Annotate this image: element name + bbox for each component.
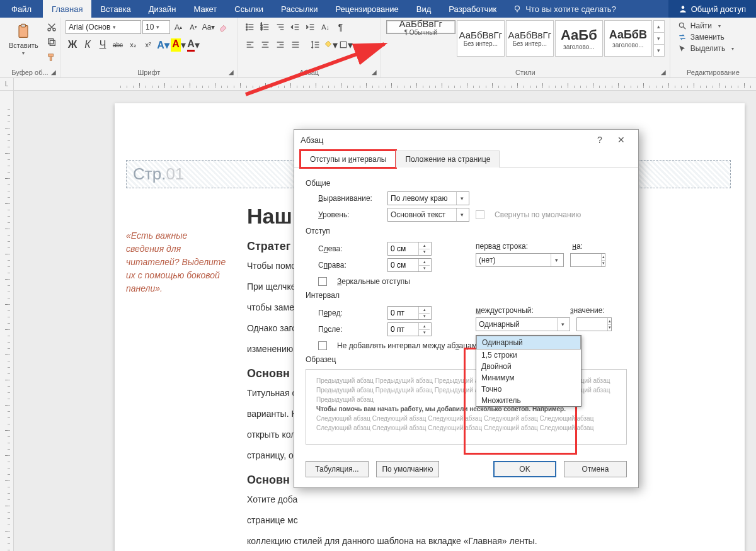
font-name-combo[interactable]: Arial (Основ▾ bbox=[66, 20, 141, 34]
indent-right-spinner[interactable]: ▴▾ bbox=[387, 258, 432, 272]
paragraph-dialog-launcher[interactable]: ◢ bbox=[370, 68, 378, 76]
styles-dialog-launcher[interactable]: ◢ bbox=[660, 68, 667, 76]
multilevel-button[interactable] bbox=[273, 20, 287, 34]
strike-button[interactable]: abc bbox=[111, 38, 125, 52]
line-spacing-option[interactable]: Двойной bbox=[476, 361, 581, 372]
space-after-spinner[interactable]: ▴▾ bbox=[387, 322, 432, 336]
ruler-corner[interactable]: L bbox=[0, 78, 14, 91]
paste-button[interactable]: Вставить ▾ bbox=[5, 20, 42, 59]
show-marks-button[interactable]: ¶ bbox=[334, 20, 348, 34]
grow-font-button[interactable]: A▴ bbox=[171, 20, 185, 34]
vertical-ruler[interactable] bbox=[0, 91, 14, 551]
first-line-by-spinner[interactable]: ▴▾ bbox=[570, 253, 605, 267]
style-gallery-scroll[interactable]: ▴▾▾ bbox=[653, 20, 665, 57]
ok-button[interactable]: OK bbox=[493, 461, 556, 477]
no-space-between-checkbox[interactable] bbox=[318, 341, 327, 350]
style-normal[interactable]: АаБбВвГг¶ Обычный bbox=[386, 20, 455, 34]
tab-layout[interactable]: Макет bbox=[185, 0, 226, 18]
bold-button[interactable]: Ж bbox=[66, 38, 79, 52]
tab-design[interactable]: Дизайн bbox=[140, 0, 185, 18]
line-spacing-option[interactable]: Минимум bbox=[476, 372, 581, 383]
tab-line-page-breaks[interactable]: Положение на странице bbox=[396, 151, 500, 168]
borders-button[interactable]: ▾ bbox=[339, 38, 353, 52]
tab-file[interactable]: Файл bbox=[0, 0, 43, 18]
replace-button[interactable]: Заменить bbox=[675, 31, 727, 43]
align-left-button[interactable] bbox=[243, 38, 257, 52]
outline-level-select[interactable]: Основной текст▾ bbox=[387, 208, 469, 222]
help-button[interactable]: ? bbox=[589, 135, 610, 145]
style-nospacing-2[interactable]: АаБбВвГгБез интер... bbox=[506, 20, 554, 57]
tab-references[interactable]: Ссылки bbox=[226, 0, 272, 18]
horizontal-ruler[interactable] bbox=[14, 78, 756, 91]
numbering-button[interactable]: 123 bbox=[258, 20, 272, 34]
clipboard-dialog-launcher[interactable]: ◢ bbox=[50, 68, 57, 76]
style-heading-2[interactable]: АаБбВзаголово... bbox=[604, 20, 652, 57]
format-painter-button[interactable] bbox=[45, 50, 59, 64]
space-before-input[interactable] bbox=[388, 307, 418, 319]
line-spacing-option[interactable]: Точно bbox=[476, 383, 581, 395]
style-heading-1[interactable]: АаБбзаголово... bbox=[555, 20, 603, 57]
font-dialog-launcher[interactable]: ◢ bbox=[227, 68, 235, 76]
justify-button[interactable] bbox=[289, 38, 302, 52]
bullets-icon bbox=[245, 22, 255, 32]
space-after-input[interactable] bbox=[388, 323, 418, 336]
tab-developer[interactable]: Разработчик bbox=[440, 0, 505, 18]
tab-mailings[interactable]: Рассылки bbox=[272, 0, 326, 18]
line-spacing-option[interactable]: Одинарный bbox=[476, 336, 581, 349]
change-case-button[interactable]: Aa▾ bbox=[202, 20, 215, 34]
tab-indents-spacing[interactable]: Отступы и интервалы bbox=[301, 151, 396, 168]
mirror-indents-checkbox[interactable] bbox=[318, 277, 327, 286]
shading-button[interactable]: ▾ bbox=[324, 38, 338, 52]
indent-left-input[interactable] bbox=[388, 242, 418, 255]
text-effects-button[interactable]: A▾ bbox=[156, 38, 170, 52]
subscript-button[interactable]: x₂ bbox=[126, 38, 140, 52]
clear-formatting-button[interactable] bbox=[217, 20, 231, 34]
line-spacing-button[interactable] bbox=[309, 38, 323, 52]
bullets-button[interactable] bbox=[243, 20, 257, 34]
doc-paragraph: Хотите доба bbox=[247, 493, 707, 506]
find-button[interactable]: Найти▾ bbox=[675, 20, 723, 31]
line-spacing-option[interactable]: Множитель bbox=[476, 395, 581, 406]
line-spacing-option[interactable]: 1,5 строки bbox=[476, 349, 581, 361]
share-button[interactable]: Общий доступ bbox=[668, 0, 756, 18]
font-size-value: 10 bbox=[146, 23, 154, 31]
tabs-button[interactable]: Табуляция... bbox=[306, 461, 369, 477]
align-center-button[interactable] bbox=[258, 38, 272, 52]
tab-review[interactable]: Рецензирование bbox=[326, 0, 407, 18]
underline-button[interactable]: Ч bbox=[96, 38, 110, 52]
space-before-spinner[interactable]: ▴▾ bbox=[387, 306, 432, 320]
cut-button[interactable] bbox=[45, 20, 59, 34]
tab-view[interactable]: Вид bbox=[408, 0, 440, 18]
cancel-button[interactable]: Отмена bbox=[564, 461, 627, 477]
style-name: заголово... bbox=[563, 43, 595, 50]
increase-indent-button[interactable] bbox=[304, 20, 318, 34]
align-right-button[interactable] bbox=[273, 38, 287, 52]
tab-home[interactable]: Главная bbox=[43, 0, 91, 18]
first-line-by-input[interactable] bbox=[571, 254, 601, 266]
line-spacing-at-input[interactable] bbox=[577, 318, 607, 331]
close-button[interactable]: ✕ bbox=[610, 135, 632, 145]
tab-insert[interactable]: Вставка bbox=[91, 0, 139, 18]
group-editing-label: Редактирование bbox=[670, 69, 756, 76]
highlight-button[interactable]: A▾ bbox=[171, 38, 185, 52]
set-default-button[interactable]: По умолчанию bbox=[376, 461, 439, 477]
dialog-title-text: Абзац bbox=[301, 135, 323, 145]
line-spacing-select[interactable]: Одинарный▾ bbox=[476, 317, 570, 331]
alignment-select[interactable]: По левому краю▾ bbox=[387, 191, 469, 205]
decrease-indent-button[interactable] bbox=[289, 20, 302, 34]
italic-button[interactable]: К bbox=[81, 38, 94, 52]
shrink-font-button[interactable]: A▾ bbox=[186, 20, 200, 34]
font-size-combo[interactable]: 10▾ bbox=[142, 20, 170, 34]
select-button[interactable]: Выделить▾ bbox=[675, 43, 736, 54]
line-spacing-at-spinner[interactable]: ▴▾ bbox=[576, 317, 612, 331]
dialog-titlebar[interactable]: Абзац ? ✕ bbox=[294, 130, 638, 150]
first-line-select[interactable]: (нет)▾ bbox=[476, 253, 564, 267]
style-nospacing-1[interactable]: АаБбВвГгБез интер... bbox=[457, 20, 505, 57]
font-color-button[interactable]: A▾ bbox=[186, 38, 200, 52]
copy-button[interactable] bbox=[45, 35, 59, 49]
tell-me-search[interactable]: Что вы хотите сделать? bbox=[505, 0, 624, 18]
superscript-button[interactable]: x² bbox=[141, 38, 155, 52]
indent-left-spinner[interactable]: ▴▾ bbox=[387, 242, 432, 256]
indent-right-input[interactable] bbox=[388, 259, 418, 271]
sort-button[interactable]: A↓ bbox=[319, 20, 333, 34]
